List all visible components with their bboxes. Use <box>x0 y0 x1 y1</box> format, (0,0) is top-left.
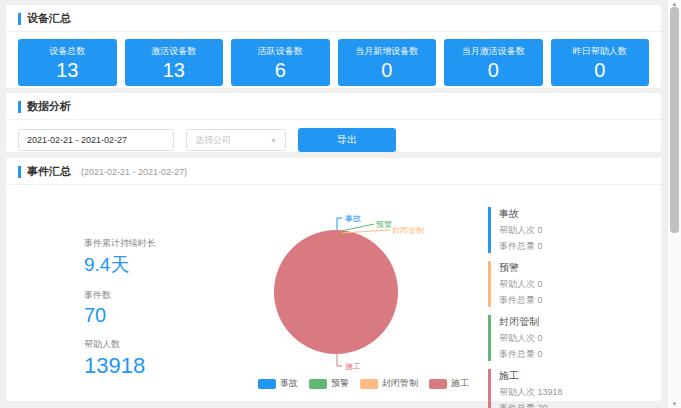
filter-controls: 选择公司 ▼ 导出 <box>6 120 661 160</box>
detail-rescue-row: 帮助人次 13918 <box>499 386 653 399</box>
stat-card-row: 设备总数 13 激活设备数 13 活跃设备数 6 当月新增设备数 0 当月激活设… <box>6 32 661 86</box>
detail-title: 事故 <box>499 207 653 221</box>
stat-card-value: 13 <box>127 59 222 81</box>
detail-title: 施工 <box>499 369 653 383</box>
detail-rescue-label: 帮助人次 <box>499 225 535 235</box>
detail-rescue-row: 帮助人次 0 <box>499 278 653 291</box>
stat-card-new-devices-month: 当月新增设备数 0 <box>338 39 437 86</box>
detail-total-row: 事件总量 70 <box>499 402 653 408</box>
device-summary-panel: 设备汇总 设备总数 13 激活设备数 13 活跃设备数 6 当月新增设备数 0 … <box>6 5 661 88</box>
stat-card-total-devices: 设备总数 13 <box>18 39 117 86</box>
detail-rescue-value: 0 <box>538 279 543 289</box>
stat-card-label: 激活设备数 <box>127 45 222 58</box>
stat-helped-value: 13918 <box>84 353 156 379</box>
event-detail-list: 事故 帮助人次 0 事件总量 0 预警 帮助人次 0 事件总量 0 封闭管制 帮… <box>488 207 653 408</box>
event-pie-chart[interactable]: 事故 预警 封闭管制 施工 <box>238 210 478 375</box>
stat-event-count-label: 事件数 <box>84 289 156 302</box>
pie-callout-line-construction <box>337 354 342 366</box>
detail-rescue-value: 0 <box>538 225 543 235</box>
data-analysis-header: 数据分析 <box>6 93 661 120</box>
legend-label: 封闭管制 <box>382 377 418 390</box>
detail-total-value: 70 <box>538 403 548 408</box>
pie-callout-label-warning: 预警 <box>376 220 392 229</box>
detail-rescue-value: 13918 <box>538 387 563 397</box>
scrollbar-down-icon[interactable]: ▼ <box>668 401 681 407</box>
detail-rescue-label: 帮助人次 <box>499 333 535 343</box>
stat-card-activated-month: 当月激活设备数 0 <box>444 39 543 86</box>
detail-rescue-value: 0 <box>538 333 543 343</box>
detail-item-warning: 预警 帮助人次 0 事件总量 0 <box>488 261 653 307</box>
detail-total-label: 事件总量 <box>499 241 535 251</box>
legend-item-accident[interactable]: 事故 <box>258 377 298 390</box>
company-select-placeholder: 选择公司 <box>195 134 231 147</box>
legend-label: 预警 <box>331 377 349 390</box>
stat-duration-label: 事件累计持续时长 <box>84 237 156 250</box>
detail-rescue-row: 帮助人次 0 <box>499 224 653 237</box>
legend-item-closure[interactable]: 封闭管制 <box>360 377 418 390</box>
stat-card-value: 13 <box>20 59 115 81</box>
legend-label: 事故 <box>280 377 298 390</box>
detail-total-value: 0 <box>538 295 543 305</box>
pie-slice-construction[interactable] <box>274 230 398 354</box>
detail-total-row: 事件总量 0 <box>499 240 653 253</box>
detail-rescue-row: 帮助人次 0 <box>499 332 653 345</box>
event-summary-content: 事件累计持续时长 9.4天 事件数 70 帮助人数 13918 事故 预警 封闭… <box>6 185 661 405</box>
section-accent-bar <box>18 13 21 25</box>
event-summary-header: 事件汇总 (2021-02-21 - 2021-02-27) <box>6 158 661 185</box>
data-analysis-panel: 数据分析 选择公司 ▼ 导出 <box>6 93 661 152</box>
stat-event-count-value: 70 <box>84 304 156 327</box>
legend-swatch-green <box>309 379 327 389</box>
event-summary-panel: 事件汇总 (2021-02-21 - 2021-02-27) 事件累计持续时长 … <box>6 158 661 401</box>
stat-card-value: 6 <box>233 59 328 81</box>
detail-total-label: 事件总量 <box>499 403 535 408</box>
pie-callout-line-warning <box>341 224 374 231</box>
legend-swatch-red <box>429 379 447 389</box>
device-summary-title: 设备汇总 <box>27 11 71 26</box>
legend-swatch-blue <box>258 379 276 389</box>
stat-helped-label: 帮助人数 <box>84 338 156 351</box>
legend-item-construction[interactable]: 施工 <box>429 377 469 390</box>
detail-total-row: 事件总量 0 <box>499 348 653 361</box>
pie-legend: 事故 预警 封闭管制 施工 <box>258 377 469 390</box>
device-summary-header: 设备汇总 <box>6 5 661 32</box>
legend-item-warning[interactable]: 预警 <box>309 377 349 390</box>
chevron-down-icon: ▼ <box>270 137 277 144</box>
stat-card-activated-devices: 激活设备数 13 <box>125 39 224 86</box>
vertical-scrollbar[interactable]: ▲ ▼ <box>667 0 681 408</box>
date-range-input[interactable] <box>18 129 174 151</box>
stat-card-label: 昨日帮助人数 <box>553 45 648 58</box>
section-accent-bar <box>18 101 21 113</box>
export-button[interactable]: 导出 <box>298 128 396 152</box>
stat-card-label: 设备总数 <box>20 45 115 58</box>
detail-rescue-label: 帮助人次 <box>499 387 535 397</box>
detail-rescue-label: 帮助人次 <box>499 279 535 289</box>
stat-card-helped-yesterday: 昨日帮助人数 0 <box>551 39 650 86</box>
detail-total-row: 事件总量 0 <box>499 294 653 307</box>
event-summary-title: 事件汇总 <box>27 164 71 179</box>
stat-card-label: 当月激活设备数 <box>446 45 541 58</box>
stat-card-value: 0 <box>553 59 648 81</box>
detail-item-construction: 施工 帮助人次 13918 事件总量 70 <box>488 369 653 408</box>
detail-total-label: 事件总量 <box>499 295 535 305</box>
detail-item-accident: 事故 帮助人次 0 事件总量 0 <box>488 207 653 253</box>
stat-card-value: 0 <box>340 59 435 81</box>
company-select[interactable]: 选择公司 ▼ <box>186 129 286 151</box>
stat-card-label: 当月新增设备数 <box>340 45 435 58</box>
stat-duration-value: 9.4天 <box>84 252 156 278</box>
stat-card-value: 0 <box>446 59 541 81</box>
detail-total-value: 0 <box>538 241 543 251</box>
data-analysis-title: 数据分析 <box>27 99 71 114</box>
detail-title: 预警 <box>499 261 653 275</box>
stat-card-label: 活跃设备数 <box>233 45 328 58</box>
event-stats-block: 事件累计持续时长 9.4天 事件数 70 帮助人数 13918 <box>84 237 156 379</box>
stat-card-active-devices: 活跃设备数 6 <box>231 39 330 86</box>
detail-item-closure: 封闭管制 帮助人次 0 事件总量 0 <box>488 315 653 361</box>
pie-callout-line-accident <box>337 218 342 230</box>
event-summary-date-range: (2021-02-21 - 2021-02-27) <box>81 167 187 177</box>
pie-callout-label-accident: 事故 <box>345 214 361 223</box>
detail-total-label: 事件总量 <box>499 349 535 359</box>
legend-swatch-orange <box>360 379 378 389</box>
section-accent-bar <box>18 166 21 178</box>
scrollbar-thumb[interactable] <box>670 7 679 233</box>
legend-label: 施工 <box>451 377 469 390</box>
